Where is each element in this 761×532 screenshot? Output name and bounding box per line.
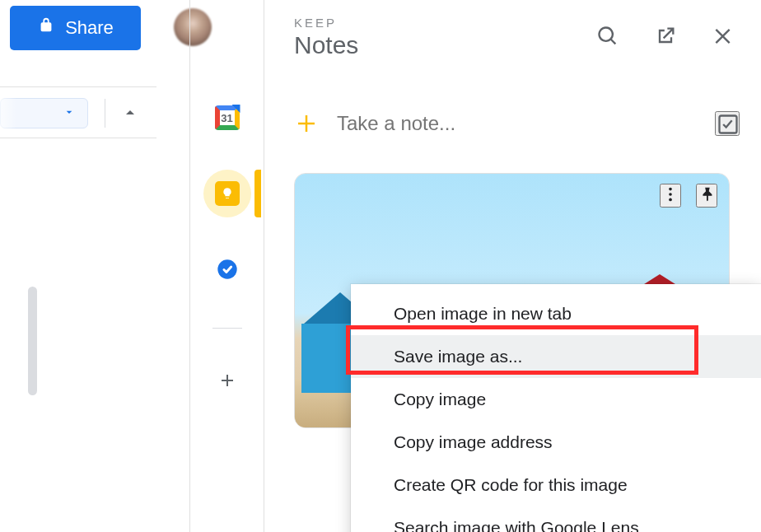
open-in-new-button[interactable]: [649, 21, 682, 54]
checkbox-icon: [717, 126, 740, 138]
more-vert-icon: [661, 194, 679, 206]
divider: [105, 99, 105, 128]
calendar-day: 31: [215, 105, 240, 130]
context-menu-item[interactable]: Copy image address: [351, 421, 761, 464]
panel-title: Notes: [294, 31, 591, 59]
panel-header: KEEP Notes: [264, 0, 761, 74]
panel-actions: [591, 21, 740, 54]
close-button[interactable]: [707, 21, 740, 54]
panel-eyebrow: KEEP: [294, 16, 591, 30]
open-in-new-icon: [654, 25, 677, 50]
toolbar-dropdown[interactable]: [0, 98, 88, 128]
toolbar-controls: [0, 86, 156, 138]
active-marker: [254, 170, 261, 217]
new-list-button[interactable]: [715, 111, 740, 136]
svg-point-2: [669, 188, 672, 191]
svg-point-4: [669, 198, 672, 202]
note-card-actions: [660, 184, 717, 208]
pin-button[interactable]: [696, 184, 717, 208]
keep-icon[interactable]: [203, 170, 251, 217]
plus-icon: [294, 111, 319, 136]
add-app-button[interactable]: [215, 368, 240, 393]
note-more-button[interactable]: [660, 184, 681, 208]
search-button[interactable]: [591, 21, 624, 54]
tasks-icon[interactable]: [215, 257, 240, 282]
context-menu-item[interactable]: Open image in new tab: [351, 292, 761, 335]
side-apps-column: 31: [189, 0, 264, 532]
pin-icon: [698, 194, 716, 206]
take-note-row: [264, 91, 761, 156]
search-icon: [596, 25, 619, 50]
context-menu-item[interactable]: Save image as...: [351, 335, 761, 378]
scrollbar[interactable]: [28, 287, 37, 395]
caret-down-icon: [63, 105, 76, 122]
divider: [212, 328, 242, 329]
close-icon: [712, 25, 735, 50]
lock-icon: [37, 16, 55, 40]
context-menu-item[interactable]: Create QR code for this image: [351, 464, 761, 506]
svg-point-0: [217, 259, 236, 278]
context-menu: Open image in new tabSave image as...Cop…: [351, 284, 761, 532]
collapse-button[interactable]: [109, 92, 152, 135]
context-menu-item[interactable]: Copy image: [351, 378, 761, 421]
svg-point-3: [669, 193, 672, 196]
calendar-icon[interactable]: 31: [215, 105, 240, 130]
context-menu-item[interactable]: Search image with Google Lens: [351, 506, 761, 532]
share-button-label: Share: [65, 17, 114, 39]
share-button[interactable]: Share: [10, 6, 141, 50]
take-note-input[interactable]: [337, 112, 715, 135]
chevron-up-icon: [120, 103, 140, 125]
